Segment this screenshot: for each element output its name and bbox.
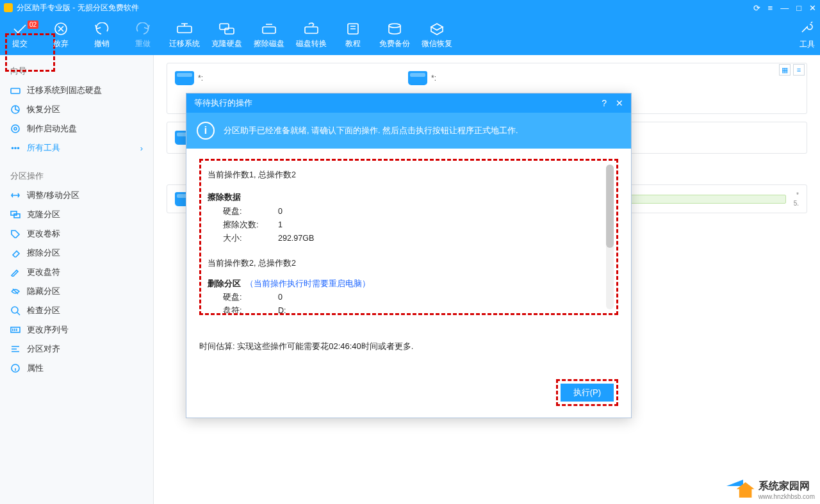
svg-point-14 xyxy=(12,307,18,313)
house-icon xyxy=(737,482,755,498)
app-title: 分区助手专业版 - 无损分区免费软件 xyxy=(17,3,139,13)
dialog-info-bar: i 分区助手已经准备就绪, 请确认下面的操作. 然后点击执行按钮让程序正式地工作… xyxy=(186,113,631,149)
sidebar-resize[interactable]: 调整/移动分区 xyxy=(0,186,153,205)
sidebar-bootdisk[interactable]: 制作启动光盘 xyxy=(0,119,153,138)
disk-icon xyxy=(408,71,427,85)
close-icon[interactable]: ✕ xyxy=(809,3,816,13)
ops-header: 分区操作 xyxy=(0,167,153,186)
refresh-icon[interactable]: ⟳ xyxy=(753,3,760,13)
wipe-icon xyxy=(261,22,277,36)
disk-icon xyxy=(175,71,194,85)
maximize-icon[interactable]: □ xyxy=(796,3,801,13)
book-icon xyxy=(345,22,361,36)
toolbar: 02 提交 放弃 撤销 重做 迁移系统 克隆硬盘 xyxy=(0,15,820,55)
sidebar-clonepart[interactable]: 克隆分区 xyxy=(0,205,153,224)
execute-button[interactable]: 执行(P) xyxy=(561,384,614,402)
info-icon xyxy=(10,363,20,373)
ops-list: 当前操作数1, 总操作数2 擦除数据 硬盘:0 擦除次数:1 大小:292.97… xyxy=(199,159,618,315)
help-icon[interactable]: ? xyxy=(602,98,607,108)
dialog-title: 等待执行的操作 xyxy=(194,97,252,109)
migrate-icon xyxy=(176,22,193,36)
search-icon xyxy=(10,305,20,316)
tag-icon xyxy=(10,229,20,239)
discard-button[interactable]: 放弃 xyxy=(46,22,76,49)
more-icon: ••• xyxy=(10,143,20,153)
wipe-button[interactable]: 擦除磁盘 xyxy=(254,22,284,49)
undo-icon xyxy=(94,22,110,36)
ssd-icon xyxy=(10,85,20,95)
svg-rect-4 xyxy=(263,27,275,33)
sidebar-recover[interactable]: 恢复分区 xyxy=(0,100,153,119)
minimize-icon[interactable]: — xyxy=(780,3,789,13)
redo-icon xyxy=(135,22,151,36)
sidebar-wipepart[interactable]: 擦除分区 xyxy=(0,243,153,263)
titlebar: 分区助手专业版 - 无损分区免费软件 ⟳ ≡ — □ ✕ xyxy=(0,0,820,15)
submit-button[interactable]: 02 提交 xyxy=(5,22,35,49)
hide-icon xyxy=(10,286,20,297)
wrench-icon xyxy=(800,20,815,37)
dialog-titlebar: 等待执行的操作 ?✕ xyxy=(186,93,631,113)
clone-icon xyxy=(218,22,235,36)
convert-button[interactable]: 磁盘转换 xyxy=(296,22,327,49)
pie-icon xyxy=(10,104,20,115)
time-estimate: 时间估算: 实现这些操作可能需要花02:46:40时间或者更多. xyxy=(199,341,618,352)
clone-part-icon xyxy=(10,209,20,220)
migrate-button[interactable]: 迁移系统 xyxy=(169,22,200,49)
disc-icon xyxy=(10,124,20,134)
view-list-icon[interactable]: ≡ xyxy=(793,64,805,76)
wipe-header: 擦除数据 xyxy=(208,193,241,202)
delete-header: 删除分区 xyxy=(208,279,241,288)
sidebar: 向导 迁移系统到固态硬盘 恢复分区 制作启动光盘 •••所有工具› 分区操作 调… xyxy=(0,55,154,504)
svg-rect-1 xyxy=(177,26,192,33)
svg-point-10 xyxy=(12,125,19,133)
op-count: 当前操作数2, 总操作数2 xyxy=(208,257,606,270)
svg-rect-8 xyxy=(11,88,20,93)
sidebar-props[interactable]: 属性 xyxy=(0,359,153,378)
backup-icon xyxy=(386,22,403,36)
pencil-icon xyxy=(10,267,20,277)
menu-icon[interactable]: ≡ xyxy=(768,3,773,13)
pending-ops-dialog: 等待执行的操作 ?✕ i 分区助手已经准备就绪, 请确认下面的操作. 然后点击执… xyxy=(186,93,632,418)
resize-icon xyxy=(10,190,20,200)
app-logo-icon xyxy=(4,3,13,12)
discard-icon xyxy=(53,22,69,36)
wizard-header: 向导 xyxy=(0,61,153,81)
redo-button[interactable]: 重做 xyxy=(128,22,158,49)
sidebar-migrate-ssd[interactable]: 迁移系统到固态硬盘 xyxy=(0,81,153,100)
eraser-icon xyxy=(10,248,20,258)
sidebar-serial[interactable]: 更改序列号 xyxy=(0,320,153,339)
sidebar-label[interactable]: 更改卷标 xyxy=(0,224,153,243)
sidebar-all-tools[interactable]: •••所有工具› xyxy=(0,138,153,158)
werecover-button[interactable]: 微信恢复 xyxy=(422,22,452,49)
undo-button[interactable]: 撤销 xyxy=(87,22,117,49)
disk-entry[interactable]: *: xyxy=(175,69,203,88)
submit-badge: 02 xyxy=(28,20,38,29)
svg-rect-15 xyxy=(11,327,20,332)
dialog-close-icon[interactable]: ✕ xyxy=(616,98,623,108)
sidebar-hide[interactable]: 隐藏分区 xyxy=(0,282,153,301)
svg-rect-5 xyxy=(305,27,318,33)
sidebar-check[interactable]: 检查分区 xyxy=(0,301,153,320)
op-count: 当前操作数1, 总操作数2 xyxy=(208,168,606,182)
convert-icon xyxy=(303,22,320,36)
info-icon: i xyxy=(197,122,215,140)
tutorial-button[interactable]: 教程 xyxy=(338,22,368,49)
svg-point-7 xyxy=(389,24,400,28)
sidebar-letter[interactable]: 更改盘符 xyxy=(0,263,153,282)
partition-meta: *5. xyxy=(794,191,799,207)
align-icon xyxy=(10,344,20,354)
sidebar-align[interactable]: 分区对齐 xyxy=(0,339,153,359)
scrollbar-thumb[interactable] xyxy=(606,165,614,248)
chevron-right-icon: › xyxy=(140,143,143,153)
tools-button[interactable]: 工具 xyxy=(800,20,815,50)
exec-highlight: 执行(P) xyxy=(556,379,618,406)
clone-button[interactable]: 克隆硬盘 xyxy=(211,22,242,49)
view-grid-icon[interactable]: ▦ xyxy=(779,64,791,76)
check-icon xyxy=(12,22,28,36)
restart-note: （当前操作执行时需要重启电脑） xyxy=(245,279,370,288)
disk-entry[interactable]: *: xyxy=(408,69,436,88)
dialog-info-text: 分区助手已经准备就绪, 请确认下面的操作. 然后点击执行按钮让程序正式地工作. xyxy=(224,126,518,136)
svg-point-11 xyxy=(14,127,17,130)
backup-button[interactable]: 免费备份 xyxy=(379,22,410,49)
recover-icon xyxy=(429,22,445,36)
